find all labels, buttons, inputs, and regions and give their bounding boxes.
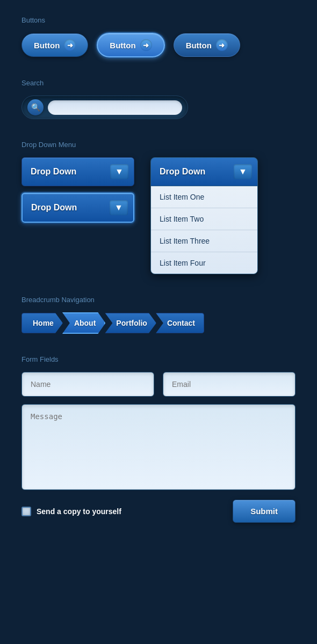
breadcrumb-item-contact[interactable]: Contact xyxy=(156,313,204,333)
button-2[interactable]: Button ➜ xyxy=(97,33,164,57)
search-section: Search 🔍 xyxy=(21,79,296,119)
dropdown-menu: Drop Down ▼ List Item One List Item Two … xyxy=(150,157,258,274)
email-field[interactable] xyxy=(163,372,296,397)
breadcrumb-item-home[interactable]: Home xyxy=(21,313,63,333)
button-2-label: Button xyxy=(110,41,135,50)
breadcrumb-section-label: Breadcrumb Navigation xyxy=(21,296,296,304)
dropdown-button-2[interactable]: Drop Down ▼ xyxy=(21,193,134,223)
breadcrumb-section: Breadcrumb Navigation Home About Portfol… xyxy=(21,296,296,334)
dropdown-menu-items: List Item One List Item Two List Item Th… xyxy=(151,186,257,274)
dropdown-section: Drop Down Menu Drop Down ▼ Drop Down ▼ D… xyxy=(21,141,296,274)
breadcrumb-item-about[interactable]: About xyxy=(62,312,105,334)
form-footer: Send a copy to yourself Submit xyxy=(21,500,296,523)
button-1-label: Button xyxy=(34,41,60,50)
button-3[interactable]: Button ➜ xyxy=(174,33,240,57)
dropdown-section-label: Drop Down Menu xyxy=(21,141,296,149)
dropdown-1-label: Drop Down xyxy=(31,167,110,177)
dropdown-left-col: Drop Down ▼ Drop Down ▼ xyxy=(21,157,134,223)
checkbox-label[interactable]: Send a copy to yourself xyxy=(21,507,121,516)
form-section-label: Form Fields xyxy=(21,355,296,363)
breadcrumb-item-portfolio[interactable]: Portfolio xyxy=(105,313,156,333)
search-section-label: Search xyxy=(21,79,296,87)
buttons-row: Button ➜ Button ➜ Button ➜ xyxy=(21,33,296,57)
dropdown-2-label: Drop Down xyxy=(31,203,110,213)
search-icon: 🔍 xyxy=(27,99,44,115)
form-name-email-row xyxy=(21,372,296,397)
list-item[interactable]: List Item Four xyxy=(151,252,257,274)
search-input[interactable] xyxy=(48,100,182,115)
name-field[interactable] xyxy=(21,372,154,397)
copy-checkbox[interactable] xyxy=(21,507,31,516)
dropdown-open-chevron-icon: ▼ xyxy=(234,164,252,179)
list-item[interactable]: List Item Two xyxy=(151,208,257,230)
dropdown-1-chevron-icon: ▼ xyxy=(110,164,128,179)
submit-button[interactable]: Submit xyxy=(233,500,296,523)
dropdown-menu-header[interactable]: Drop Down ▼ xyxy=(151,158,257,186)
button-2-arrow-icon: ➜ xyxy=(140,39,152,51)
dropdown-open-label: Drop Down xyxy=(160,167,234,177)
buttons-section-label: Buttons xyxy=(21,16,296,24)
buttons-section: Buttons Button ➜ Button ➜ Button ➜ xyxy=(21,16,296,57)
list-item[interactable]: List Item One xyxy=(151,186,257,208)
button-3-arrow-icon: ➜ xyxy=(216,39,228,51)
dropdown-open: Drop Down ▼ List Item One List Item Two … xyxy=(150,157,258,274)
button-1-arrow-icon: ➜ xyxy=(64,39,76,51)
form-section: Form Fields Send a copy to yourself Subm… xyxy=(21,355,296,523)
search-bar: 🔍 xyxy=(21,96,188,119)
checkbox-text: Send a copy to yourself xyxy=(37,507,121,516)
button-1[interactable]: Button ➜ xyxy=(21,33,88,57)
dropdown-row: Drop Down ▼ Drop Down ▼ Drop Down ▼ xyxy=(21,157,296,274)
message-field[interactable] xyxy=(21,404,296,490)
breadcrumb: Home About Portfolio Contact xyxy=(21,312,296,334)
dropdown-2-chevron-icon: ▼ xyxy=(110,200,128,215)
dropdown-button-1[interactable]: Drop Down ▼ xyxy=(21,157,134,186)
list-item[interactable]: List Item Three xyxy=(151,230,257,252)
button-3-label: Button xyxy=(186,41,212,50)
